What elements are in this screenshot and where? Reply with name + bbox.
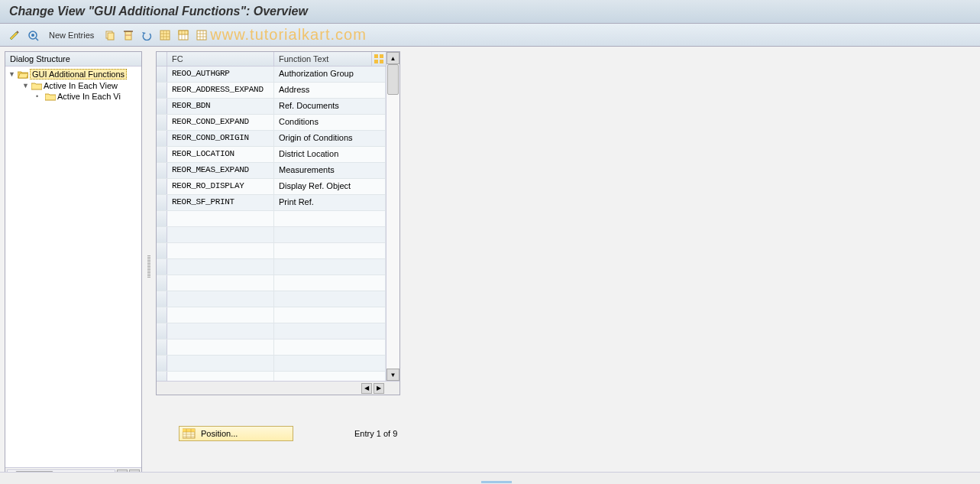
table-row[interactable] [157,259,386,275]
cell-fc[interactable]: REOR_COND_ORIGIN [167,131,274,146]
row-selector[interactable] [157,131,167,146]
cell-function-text[interactable]: Ref. Documents [274,99,386,114]
table-row[interactable] [157,339,386,356]
deselect-all-icon[interactable] [195,28,209,42]
cell-fc[interactable] [167,243,274,258]
column-header-function-text[interactable]: Function Text [274,52,372,66]
cell-fc[interactable] [167,275,274,291]
tree-node-gui-additional-functions[interactable]: ▼ GUI Additional Functions [5,68,141,80]
row-selector[interactable] [157,243,167,258]
cell-fc[interactable]: REOR_COND_EXPAND [167,115,274,130]
cell-function-text[interactable] [274,339,386,355]
row-selector[interactable] [157,211,167,226]
table-row[interactable] [157,211,386,227]
cell-fc[interactable] [167,227,274,242]
cell-function-text[interactable]: Origin of Conditions [274,131,386,146]
row-selector[interactable] [157,227,167,242]
cell-fc[interactable]: REOR_BDN [167,99,274,114]
cell-fc[interactable] [167,259,274,274]
tree-node-active-in-each-view-nested[interactable]: • Active In Each Vi [5,91,141,102]
row-selector[interactable] [157,115,167,130]
row-selector[interactable] [157,356,167,371]
table-vscrollbar[interactable]: ▲ ▼ [386,52,399,381]
row-selector[interactable] [157,83,167,98]
column-header-fc[interactable]: FC [167,52,274,66]
scroll-left-icon[interactable]: ◀ [361,383,372,394]
row-selector[interactable] [157,323,167,339]
scroll-right-icon[interactable]: ▶ [374,383,384,394]
undo-icon[interactable] [140,28,154,42]
cell-function-text[interactable] [274,372,386,381]
row-selector[interactable] [157,163,167,178]
row-selector-header[interactable] [157,52,167,66]
row-selector[interactable] [157,275,167,291]
cell-function-text[interactable] [274,243,386,258]
row-selector[interactable] [157,195,167,210]
select-all-icon[interactable] [158,28,172,42]
row-selector[interactable] [157,259,167,274]
table-row[interactable]: REOR_COND_EXPANDConditions [157,115,386,131]
select-block-icon[interactable] [176,28,190,42]
table-row[interactable]: REOO_AUTHGRPAuthorization Group [157,67,386,83]
table-hscrollbar[interactable]: ◀ ▶ [157,381,399,395]
table-row[interactable]: REOR_ADDRESS_EXPANDAddress [157,83,386,99]
cell-function-text[interactable] [274,356,386,371]
splitter-handle[interactable] [147,51,151,482]
cell-fc[interactable] [167,323,274,339]
cell-fc[interactable] [167,356,274,371]
cell-function-text[interactable]: Authorization Group [274,67,386,82]
cell-function-text[interactable]: Address [274,83,386,98]
table-row[interactable] [157,227,386,243]
scrollbar-thumb[interactable] [387,64,399,95]
table-row[interactable] [157,291,386,307]
scroll-up-icon[interactable]: ▲ [387,52,399,64]
cell-function-text[interactable]: Conditions [274,115,386,130]
table-row[interactable]: REOR_BDNRef. Documents [157,99,386,115]
row-selector[interactable] [157,67,167,82]
cell-fc[interactable]: REOR_RO_DISPLAY [167,179,274,194]
table-settings-icon[interactable] [372,52,386,66]
cell-function-text[interactable]: District Location [274,147,386,162]
cell-function-text[interactable] [274,227,386,242]
row-selector[interactable] [157,372,167,381]
cell-function-text[interactable]: Measurements [274,163,386,178]
tree-node-active-in-each-view[interactable]: ▼ Active In Each View [5,80,141,91]
cell-fc[interactable]: REOR_LOCATION [167,147,274,162]
cell-fc[interactable]: REOR_ADDRESS_EXPAND [167,83,274,98]
table-row[interactable]: REOR_RO_DISPLAYDisplay Ref. Object [157,179,386,195]
cell-function-text[interactable] [274,275,386,291]
cell-function-text[interactable] [274,259,386,274]
cell-fc[interactable] [167,372,274,381]
new-entries-button[interactable]: New Entries [44,29,99,41]
row-selector[interactable] [157,179,167,194]
cell-fc[interactable] [167,211,274,226]
table-row[interactable]: REOR_COND_ORIGINOrigin of Conditions [157,131,386,147]
cell-fc[interactable] [167,339,274,355]
tree-collapse-icon[interactable]: ▼ [8,70,16,78]
table-row[interactable]: REOR_MEAS_EXPANDMeasurements [157,163,386,179]
table-row[interactable]: REOR_LOCATIONDistrict Location [157,147,386,163]
cell-function-text[interactable]: Print Ref. [274,195,386,210]
cell-fc[interactable] [167,291,274,307]
row-selector[interactable] [157,339,167,355]
cell-fc[interactable]: REOR_MEAS_EXPAND [167,163,274,178]
cell-function-text[interactable]: Display Ref. Object [274,179,386,194]
table-row[interactable] [157,275,386,291]
table-row[interactable] [157,372,386,381]
cell-function-text[interactable] [274,307,386,323]
cell-function-text[interactable] [274,323,386,339]
delete-icon[interactable] [121,28,135,42]
cell-function-text[interactable] [274,211,386,226]
row-selector[interactable] [157,307,167,323]
table-row[interactable] [157,323,386,339]
position-button[interactable]: Position... [179,426,293,441]
toggle-change-icon[interactable] [8,28,21,42]
scroll-down-icon[interactable]: ▼ [387,369,399,381]
cell-fc[interactable]: REOR_SF_PRINT [167,195,274,210]
other-view-icon[interactable] [26,28,40,42]
table-row[interactable]: REOR_SF_PRINTPrint Ref. [157,195,386,211]
table-row[interactable] [157,307,386,323]
row-selector[interactable] [157,147,167,162]
table-row[interactable] [157,356,386,372]
cell-fc[interactable] [167,307,274,323]
